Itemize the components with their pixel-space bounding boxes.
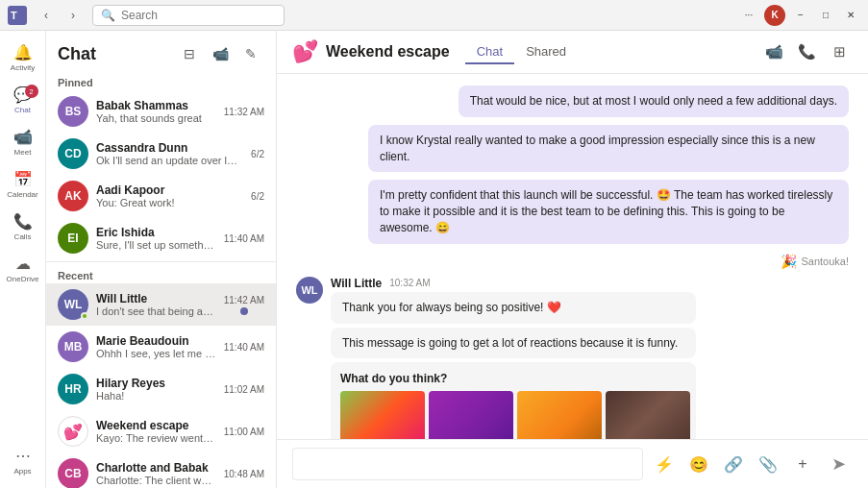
tab-shared[interactable]: Shared — [514, 40, 578, 64]
video-call-button[interactable]: 📹 — [760, 38, 787, 65]
close-button[interactable]: ✕ — [841, 6, 860, 25]
avatar-will-msg: WL — [296, 277, 323, 304]
emoji-button[interactable]: 😊 — [685, 451, 712, 477]
chat-info-weekend: Weekend escape Kayo: The review went rea… — [96, 419, 216, 444]
chat-header-right: 📹 📞 ⊞ — [760, 38, 853, 65]
activity-icon: 🔔 — [13, 43, 33, 61]
chat-item-marie[interactable]: MB Marie Beaudouin Ohhh I see, yes let m… — [46, 326, 276, 368]
avatar-cassandra: CD — [58, 138, 88, 169]
search-input[interactable] — [121, 9, 265, 22]
chat-preview-eric: Sure, I'll set up something for next wee… — [96, 239, 216, 251]
chat-info-cassandra: Cassandra Dunn Ok I'll send an update ov… — [96, 141, 243, 166]
chat-item-hilary[interactable]: HR Hilary Reyes Haha! 11:02 AM — [46, 368, 276, 410]
chat-preview-hilary: Haha! — [96, 390, 216, 402]
onedrive-label: OneDrive — [7, 275, 39, 283]
sidebar-item-calls[interactable]: 📞 Calls — [4, 207, 42, 246]
santouka-emoji: 🎉 — [781, 254, 797, 269]
chat-item-babak[interactable]: BS Babak Shammas Yah, that sounds great … — [46, 90, 276, 133]
chat-meta-hilary: 11:02 AM — [224, 384, 264, 395]
title-bar-right: ··· K − □ ✕ — [739, 5, 860, 26]
chat-meta-eric: 11:40 AM — [224, 233, 264, 244]
minimize-button[interactable]: − — [791, 6, 810, 25]
chat-name-will: Will Little — [96, 292, 216, 305]
input-area: ⚡ 😊 🔗 📎 + ➤ — [277, 439, 868, 488]
attach-button[interactable]: 📎 — [755, 451, 781, 477]
title-bar: T ‹ › 🔍 ··· K − □ ✕ — [0, 0, 868, 31]
message-bubble-2: I know Krystal really wanted to make a g… — [368, 125, 849, 173]
avatar-marie: MB — [58, 331, 88, 362]
pinned-section-label: Pinned — [46, 71, 276, 90]
sidebar-item-meet[interactable]: 📹 Meet — [4, 123, 42, 161]
sidebar-item-apps[interactable]: ⋯ Apps — [4, 442, 42, 480]
video-call-button[interactable]: 📹 — [207, 40, 234, 67]
message-bubble-5: Thank you for always being so positive! … — [331, 292, 696, 324]
meet-icon: 📹 — [13, 128, 33, 146]
chat-list: Chat ⊟ 📹 ✎ Pinned BS Babak Shammas Yah, … — [46, 31, 277, 488]
avatar-babak: BS — [58, 96, 88, 127]
filter-button[interactable]: ⊟ — [176, 40, 203, 67]
chat-item-cassandra[interactable]: CD Cassandra Dunn Ok I'll send an update… — [46, 133, 276, 175]
teams-logo: T — [8, 6, 27, 25]
chat-list-actions: ⊟ 📹 ✎ — [176, 40, 264, 67]
more-options-button[interactable]: ··· — [739, 6, 758, 25]
tab-chat[interactable]: Chat — [465, 40, 514, 64]
lightning-button[interactable]: ⚡ — [651, 451, 678, 477]
onedrive-icon: ☁ — [15, 255, 31, 273]
forward-button[interactable]: › — [62, 4, 85, 27]
chat-list-scroll: Pinned BS Babak Shammas Yah, that sounds… — [46, 71, 276, 488]
giphy-button[interactable]: 🔗 — [720, 451, 747, 477]
chat-item-weekend-escape[interactable]: 💕 Weekend escape Kayo: The review went r… — [46, 410, 276, 452]
image-card: What do you think? Thought these images … — [331, 362, 696, 439]
chat-item-aadi[interactable]: AK Aadi Kapoor You: Great work! 6/2 — [46, 175, 276, 217]
msg-time-will: 10:32 AM — [389, 278, 430, 288]
image-card-title: What do you think? — [340, 372, 686, 385]
back-button[interactable]: ‹ — [35, 4, 58, 27]
calls-icon: 📞 — [13, 212, 33, 231]
message-row-5: WL Will Little 10:32 AM Thank you for al… — [296, 277, 849, 439]
apps-label: Apps — [13, 467, 31, 476]
maximize-button[interactable]: □ — [816, 6, 835, 25]
more-actions-button[interactable]: + — [789, 451, 816, 477]
audio-call-button[interactable]: 📞 — [793, 38, 820, 65]
more-options-button[interactable]: ⊞ — [826, 38, 853, 65]
sidebar-item-chat[interactable]: 💬 2 Chat — [4, 81, 42, 119]
chat-label: Chat — [14, 106, 31, 114]
sidebar-item-onedrive[interactable]: ☁ OneDrive — [4, 250, 42, 288]
calls-label: Calls — [14, 232, 32, 241]
calendar-label: Calendar — [7, 190, 37, 199]
chat-item-charlotte[interactable]: CB Charlotte and Babak Charlotte: The cl… — [46, 452, 276, 488]
avatar-charlotte: CB — [58, 458, 88, 488]
chat-item-eric[interactable]: EI Eric Ishida Sure, I'll set up somethi… — [46, 217, 276, 259]
sidebar-item-activity[interactable]: 🔔 Activity — [4, 38, 42, 77]
recent-section-label: Recent — [46, 264, 276, 283]
chat-preview-weekend: Kayo: The review went really well! Can't… — [96, 432, 216, 444]
user-avatar[interactable]: K — [764, 5, 785, 26]
chat-meta-weekend: 11:00 AM — [224, 427, 264, 437]
chat-info-eric: Eric Ishida Sure, I'll set up something … — [96, 226, 216, 251]
chat-preview-cassandra: Ok I'll send an update over later — [96, 155, 243, 166]
send-button[interactable]: ➤ — [824, 450, 853, 478]
image-purple — [429, 391, 513, 439]
sidebar-item-calendar[interactable]: 📅 Calendar — [4, 165, 42, 204]
chat-info-marie: Marie Beaudouin Ohhh I see, yes let me f… — [96, 334, 216, 359]
avatar-hilary: HR — [58, 374, 88, 404]
chat-badge: 2 — [25, 85, 38, 98]
image-grid — [340, 391, 686, 439]
chat-preview-aadi: You: Great work! — [96, 197, 243, 208]
chat-info-hilary: Hilary Reyes Haha! — [96, 377, 216, 402]
chat-meta-will: 11:42 AM — [224, 295, 264, 315]
search-bar[interactable]: 🔍 — [92, 5, 285, 26]
messages-area: That would be nice, but at most I would … — [277, 74, 868, 439]
message-row-3: I'm pretty confident that this launch wi… — [296, 180, 849, 243]
chat-name-weekend: Weekend escape — [96, 419, 216, 432]
chat-preview-will: I don't see that being an issue, can tak… — [96, 305, 216, 317]
chat-meta-aadi: 6/2 — [251, 191, 264, 202]
chat-name-aadi: Aadi Kapoor — [96, 183, 243, 197]
chat-info-aadi: Aadi Kapoor You: Great work! — [96, 183, 243, 208]
image-dark — [606, 391, 690, 439]
message-input[interactable] — [292, 448, 643, 480]
title-bar-left: T ‹ › 🔍 — [8, 4, 285, 27]
chat-name-eric: Eric Ishida — [96, 226, 216, 239]
new-chat-button[interactable]: ✎ — [237, 40, 264, 67]
chat-item-will[interactable]: WL Will Little I don't see that being an… — [46, 283, 276, 326]
